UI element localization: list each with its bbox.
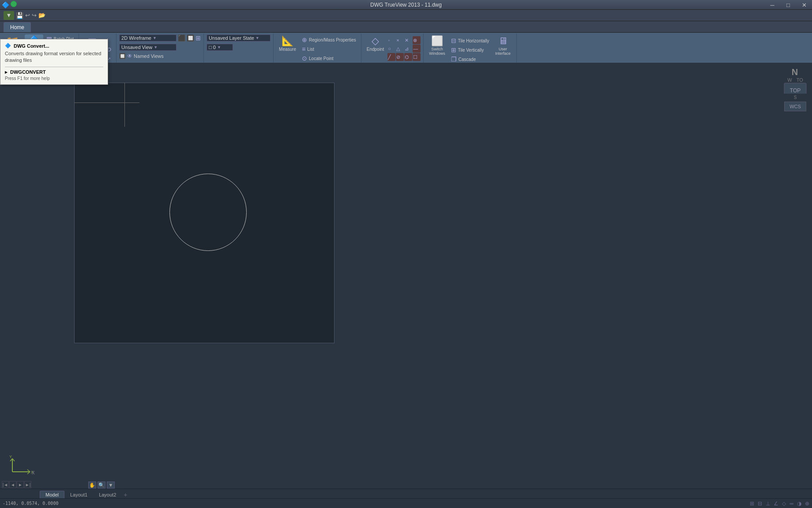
tab-bar: Model Layout1 Layout2 + — [0, 489, 812, 498]
snap-btn6[interactable]: △ — [396, 45, 404, 53]
viewcube-wcs[interactable]: WCS — [784, 102, 806, 111]
maximize-button[interactable]: □ — [780, 0, 796, 10]
status-grid-icon[interactable]: ⊟ — [758, 500, 762, 507]
tooltip-icon: 🔷 — [5, 43, 11, 49]
add-tab-button[interactable]: + — [122, 491, 129, 498]
tile-horizontally-button[interactable]: ⊟ Tile Horizontally — [449, 36, 492, 45]
viewcube-south: S — [794, 95, 797, 100]
layer-state-dropdown[interactable]: Unsaved Layer State ▼ — [207, 34, 271, 42]
tooltip-hint: Press F1 for more help — [5, 76, 103, 81]
region-mass-icon: ⊕ — [302, 36, 307, 43]
named-views-icon: 🔲 — [119, 53, 126, 59]
nav-prev-button[interactable]: ◄ — [9, 481, 16, 488]
locate-icon: ⊙ — [302, 55, 307, 62]
snap-btn10[interactable]: ⊘ — [396, 53, 404, 61]
endpoint-icon: ◇ — [372, 36, 379, 46]
cascade-button[interactable]: ❐ Cascade — [449, 55, 492, 64]
status-lineweight-icon[interactable]: ═ — [789, 500, 793, 507]
snap-btn7[interactable]: ⊿ — [404, 45, 412, 53]
svg-text:TOP: TOP — [790, 87, 801, 94]
tab-home[interactable]: Home — [4, 22, 31, 32]
measure-icon: 📐 — [282, 36, 293, 46]
viewcube-north: N — [792, 67, 799, 77]
qa-save-btn[interactable]: 💾 — [16, 12, 23, 19]
tile-vertically-button[interactable]: ⊞ Tile Vertically — [449, 45, 492, 54]
view-dropdown-arrow: ▼ — [154, 45, 158, 49]
snap-btn8[interactable]: — — [413, 45, 421, 53]
snap-btn4[interactable]: ⊗ — [413, 36, 421, 44]
status-bar: -1140, 0.0574, 0.0000 ⊞ ⊟ ⊥ ∠ ◇ ═ ◑ ⊕ — [0, 498, 812, 508]
layout1-tab[interactable]: Layout1 — [64, 491, 93, 498]
measure-button[interactable]: 📐 Measure — [276, 34, 299, 53]
viewcube[interactable]: N W TO TOP S WCS — [780, 67, 810, 111]
qa-open-btn[interactable]: 📂 — [38, 12, 45, 19]
list-icon: ≡ — [302, 45, 305, 53]
layer-num-dropdown[interactable]: □ 0 ▼ — [207, 44, 233, 51]
user-interface-button[interactable]: 🖥 UserInterface — [492, 34, 514, 57]
view-icon1[interactable]: ⬛ — [178, 34, 185, 42]
viewcube-cube[interactable]: TOP — [784, 83, 807, 94]
mini-btn-pan[interactable]: ✋ — [88, 481, 96, 489]
dropdown-arrow: ▼ — [153, 36, 157, 40]
canvas-area[interactable]: N W TO TOP S WCS — [0, 63, 812, 481]
nav-buttons: |◄ ◄ ► ►| — [2, 481, 31, 489]
region-mass-button[interactable]: ⊕ Region/Mass Properties — [300, 35, 358, 44]
status-transparency-icon[interactable]: ◑ — [797, 500, 801, 507]
crosshair-vertical — [124, 83, 125, 127]
named-views-icon2: 👁 — [127, 53, 132, 59]
model-tab[interactable]: Model — [40, 491, 64, 498]
named-views-label[interactable]: Named Views — [134, 53, 164, 59]
snap-btn2[interactable]: × — [396, 36, 404, 44]
view-icon3[interactable]: ⊞ — [195, 34, 201, 42]
snap-btn1[interactable]: ◦ — [387, 36, 395, 44]
app-icon: 🔷 — [2, 1, 9, 8]
layout2-tab[interactable]: Layout2 — [93, 491, 122, 498]
title-bar: 🔷 DWG TrueView 2013 - 11.dwg ─ □ ✕ — [0, 0, 812, 10]
ucs-icon: X Y — [8, 455, 34, 477]
svg-text:Y: Y — [9, 455, 12, 459]
tooltip-popup: 🔷 DWG Convert... Converts drawing format… — [0, 39, 108, 85]
locate-point-button[interactable]: ⊙ Locate Point — [300, 54, 358, 63]
nav-last-button[interactable]: ►| — [24, 481, 31, 488]
coordinates-display: -1140, 0.0574, 0.0000 — [3, 501, 69, 506]
status-snap-icon[interactable]: ⊞ — [750, 500, 754, 507]
app-menu-button[interactable]: ▼ — [4, 11, 14, 20]
viewcube-west: W — [787, 77, 792, 83]
nav-first-button[interactable]: |◄ — [2, 481, 9, 488]
title-text: DWG TrueView 2013 - 11.dwg — [370, 2, 442, 8]
nav-next-button[interactable]: ► — [17, 481, 24, 488]
status-osnap-icon[interactable]: ◇ — [782, 500, 786, 507]
status-ortho-icon[interactable]: ⊥ — [766, 500, 770, 507]
qa-undo-btn[interactable]: ↩ — [25, 12, 30, 19]
tile-v-icon: ⊞ — [451, 46, 456, 53]
tooltip-title: 🔷 DWG Convert... — [5, 43, 103, 49]
status-dyn-icon[interactable]: ⊕ — [805, 500, 809, 507]
tile-h-icon: ⊟ — [451, 37, 456, 44]
view-icon2[interactable]: 🔲 — [187, 34, 194, 42]
snap-btn3[interactable]: ✕ — [404, 36, 412, 44]
list-button[interactable]: ≡ List — [300, 45, 358, 53]
snap-btn11[interactable]: ⌬ — [404, 53, 412, 61]
mini-btn-zoom[interactable]: 🔍 — [98, 481, 105, 489]
visual-style-dropdown[interactable]: 2D Wireframe ▼ — [119, 34, 177, 42]
ucs-x-label: X — [32, 470, 35, 475]
close-button[interactable]: ✕ — [796, 0, 812, 10]
view-dropdown[interactable]: Unsaved View ▼ — [119, 44, 177, 51]
tooltip-cmd-icon: ▸ — [5, 69, 8, 75]
crosshair-horizontal — [74, 102, 139, 103]
drawing-paper — [74, 83, 335, 343]
user-interface-icon: 🖥 — [498, 36, 508, 46]
minimize-button[interactable]: ─ — [764, 0, 780, 10]
switch-windows-button[interactable]: ⬜ SwitchWindows — [426, 34, 448, 57]
tooltip-description: Converts drawing format version for sele… — [5, 50, 103, 64]
qa-redo-btn[interactable]: ↪ — [32, 12, 37, 19]
layer-num-arrow: ▼ — [217, 45, 221, 49]
mini-btn-menu[interactable]: ▼ — [107, 481, 115, 489]
snap-btn9[interactable]: ╱ — [387, 53, 395, 61]
snap-btn5[interactable]: ○ — [387, 45, 395, 53]
viewcube-to: TO — [797, 77, 803, 83]
ribbon-tabs: Home — [0, 21, 812, 33]
endpoint-button[interactable]: ◇ Endpoint — [364, 34, 387, 53]
status-polar-icon[interactable]: ∠ — [774, 500, 778, 507]
snap-btn12[interactable]: ☐ — [413, 53, 421, 61]
